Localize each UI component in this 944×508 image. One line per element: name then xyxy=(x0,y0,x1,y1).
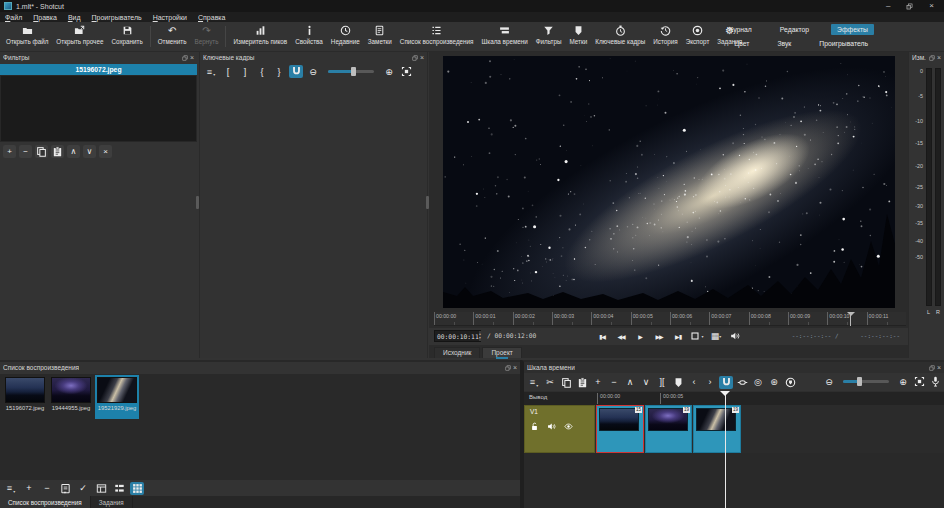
set-scrub-end-button[interactable]: } xyxy=(272,65,286,78)
filters-selected-clip[interactable]: 15196072.jpeg xyxy=(0,64,197,75)
panel-close-icon[interactable]: × xyxy=(420,54,424,61)
menu-Правка[interactable]: Правка xyxy=(33,14,57,21)
menu-Настройки[interactable]: Настройки xyxy=(153,14,187,21)
toolbar-Метки[interactable]: Метки xyxy=(566,22,592,51)
layout-Эффекты[interactable]: Эффекты xyxy=(831,24,874,35)
play-button[interactable]: ▶ xyxy=(633,329,648,343)
minimize-button[interactable]: – xyxy=(886,1,890,11)
panel-close-icon[interactable]: × xyxy=(190,54,194,61)
fast-forward-button[interactable]: ▶▶ xyxy=(652,329,667,343)
timeline-ruler[interactable]: 00:00:0000:00:05 xyxy=(595,392,944,405)
set-filter-end-button[interactable]: ] xyxy=(238,65,252,78)
bottom-tab-Задания[interactable]: Задания xyxy=(91,496,133,508)
lift-button[interactable]: ∧ xyxy=(623,376,637,389)
lock-icon[interactable] xyxy=(530,422,539,431)
panel-float-icon[interactable] xyxy=(929,55,935,61)
marker-button[interactable] xyxy=(671,376,685,389)
zoom-fit-button[interactable] xyxy=(912,375,926,388)
panel-close-icon[interactable]: × xyxy=(937,364,941,371)
scrub-while-dragging-button[interactable] xyxy=(735,376,749,389)
view-tiles-button[interactable] xyxy=(112,482,126,495)
ripple-delete-button[interactable]: − xyxy=(607,376,621,389)
tab-Проект[interactable]: Проект xyxy=(482,347,521,358)
player-time-ruler[interactable]: 00:00:0000:00:0100:00:0200:00:0300:00:04… xyxy=(434,312,906,326)
zoom-out-button[interactable]: ⊖ xyxy=(306,65,320,78)
zoom-fit-button[interactable] xyxy=(399,65,413,78)
filters-list[interactable] xyxy=(0,75,197,142)
track-head-v1[interactable]: V1 xyxy=(524,405,595,453)
move-up-button[interactable]: ∧ xyxy=(67,145,80,158)
layout-Цвет[interactable]: Цвет xyxy=(728,38,755,49)
layout-Журнал[interactable]: Журнал xyxy=(721,24,758,35)
toolbar-Фильтры[interactable]: Фильтры xyxy=(532,22,566,51)
add-filter-button[interactable]: + xyxy=(3,145,16,158)
skip-to-end-button[interactable]: ▶▮ xyxy=(671,329,686,343)
split-button[interactable]: ][ xyxy=(655,376,669,389)
ripple-all-tracks-button[interactable]: ⊛ xyxy=(767,376,781,389)
toolbar-Измеритель пиков[interactable]: Измеритель пиков xyxy=(229,22,291,51)
timecode-spinner[interactable]: ▴▾ xyxy=(479,331,481,341)
paste-button[interactable] xyxy=(575,376,589,389)
menu-Вид[interactable]: Вид xyxy=(68,14,81,21)
toolbar-Отменить[interactable]: ↶Отменить xyxy=(154,22,191,51)
toolbar-Заметки[interactable]: Заметки xyxy=(364,22,396,51)
view-details-button[interactable] xyxy=(94,482,108,495)
timecode-field[interactable]: 00:00:10:11 ▴▾ xyxy=(434,330,481,342)
zoom-in-button[interactable]: ⊕ xyxy=(896,375,910,388)
toolbar-Открыть файл[interactable]: Открыть файл xyxy=(2,22,52,51)
toolbar-Экспорт[interactable]: Экспорт xyxy=(682,22,714,51)
bottom-tab-Список воспроизведения[interactable]: Список воспроизведения xyxy=(0,496,91,508)
paste-filters-button[interactable] xyxy=(51,145,64,158)
zoom-slider[interactable] xyxy=(843,380,889,383)
snap-button[interactable] xyxy=(289,65,303,78)
grid-overlay-button[interactable]: ▦▾ xyxy=(709,329,724,343)
panel-close-icon[interactable]: × xyxy=(937,54,941,61)
remove-filter-button[interactable]: − xyxy=(19,145,32,158)
record-audio-button[interactable] xyxy=(928,375,942,388)
remove-button[interactable]: − xyxy=(40,482,54,495)
playlist-list[interactable]: 15196072.jpeg19444955.jpeg19521929.jpeg xyxy=(0,374,520,480)
toolbar-Недавние[interactable]: Недавние xyxy=(327,22,364,51)
close-button[interactable]: × xyxy=(929,1,934,11)
timeline-clip[interactable]: 15 xyxy=(596,405,644,453)
menu-Справка[interactable]: Справка xyxy=(198,14,225,21)
zoom-out-button[interactable]: ⊖ xyxy=(822,375,836,388)
toolbar-Шкала времени[interactable]: Шкала времени xyxy=(478,22,532,51)
toolbar-Сохранить[interactable]: Сохранить xyxy=(107,22,146,51)
toolbar-Открыть прочее[interactable]: Открыть прочее xyxy=(52,22,107,51)
layout-Звук[interactable]: Звук xyxy=(771,38,797,49)
playlist-item[interactable]: 15196072.jpeg xyxy=(3,375,47,419)
overwrite-button[interactable]: ∨ xyxy=(639,376,653,389)
playlist-item[interactable]: 19444955.jpeg xyxy=(49,375,93,419)
timeline-playhead[interactable] xyxy=(725,392,726,508)
ripple-button[interactable]: ◎ xyxy=(751,376,765,389)
next-marker-button[interactable]: › xyxy=(703,376,717,389)
menu-Файл[interactable]: Файл xyxy=(5,14,22,21)
snap-button[interactable] xyxy=(719,376,733,389)
select-button[interactable]: ✓ xyxy=(76,482,90,495)
rewind-button[interactable]: ◀◀ xyxy=(614,329,629,343)
copy-filters-button[interactable] xyxy=(35,145,48,158)
timeline-playhead-head[interactable] xyxy=(720,391,730,396)
keyframes-menu-button[interactable]: ≡▾ xyxy=(204,65,218,78)
player-playhead[interactable] xyxy=(846,312,855,326)
deselect-button[interactable]: × xyxy=(99,145,112,158)
prev-marker-button[interactable]: ‹ xyxy=(687,376,701,389)
panel-close-icon[interactable]: × xyxy=(513,364,517,371)
panel-float-icon[interactable] xyxy=(182,55,188,61)
zoom-in-button[interactable]: ⊕ xyxy=(382,65,396,78)
panel-float-icon[interactable] xyxy=(412,55,418,61)
timeline-clip[interactable]: 19 xyxy=(645,405,692,453)
toolbar-Свойства[interactable]: Свойства xyxy=(291,22,327,51)
playlist-menu-button[interactable]: ≡▾ xyxy=(4,482,18,495)
update-button[interactable] xyxy=(58,482,72,495)
copy-button[interactable] xyxy=(559,376,573,389)
timeline-clip[interactable]: 19 xyxy=(693,405,741,453)
panel-float-icon[interactable] xyxy=(505,365,511,371)
hide-icon[interactable] xyxy=(564,422,573,431)
cut-button[interactable]: ✂ xyxy=(543,376,557,389)
volume-button[interactable] xyxy=(728,329,743,343)
timeline-menu-button[interactable]: ≡▾ xyxy=(527,376,541,389)
restore-button[interactable] xyxy=(906,3,913,10)
panel-float-icon[interactable] xyxy=(929,365,935,371)
